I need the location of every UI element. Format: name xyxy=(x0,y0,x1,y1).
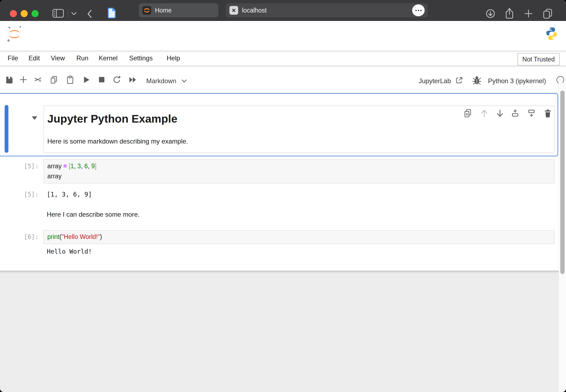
menu-kernel[interactable]: Kernel xyxy=(99,54,117,62)
jupyter-logo-icon xyxy=(6,25,23,43)
cell-output: [1, 3, 6, 9] xyxy=(47,191,92,198)
trash-icon xyxy=(544,109,552,118)
cell-type-dropdown[interactable]: Markdown xyxy=(146,77,176,85)
code-line: array xyxy=(47,171,551,181)
minimize-window-button[interactable] xyxy=(21,10,28,17)
plus-icon xyxy=(20,76,27,83)
code-cell-input[interactable]: array = [1, 3, 6, 9] array xyxy=(43,159,555,183)
input-prompt: [5]: xyxy=(24,163,39,170)
notebook-panel: Jupyter Python Example Here is some mark… xyxy=(0,93,559,270)
markdown-cell[interactable]: Jupyter Python Example Here is some mark… xyxy=(43,105,555,153)
restart-kernel-button[interactable] xyxy=(111,75,121,85)
input-prompt: [6]: xyxy=(24,233,39,240)
dropdown-chevron-icon[interactable] xyxy=(182,79,187,83)
markdown-paragraph: Here is some markdown describing my exam… xyxy=(47,138,188,145)
duplicate-cell-button[interactable] xyxy=(463,109,472,118)
markdown-heading: Jupyter Python Example xyxy=(47,113,177,125)
tab-label: localhost xyxy=(242,7,267,14)
menu-edit[interactable]: Edit xyxy=(29,54,40,62)
insert-cell-below-button[interactable] xyxy=(527,109,536,118)
scrollbar-track[interactable] xyxy=(559,83,566,392)
trust-status-badge[interactable]: Not Trusted xyxy=(517,53,560,66)
markdown-cell[interactable]: Here I can describe some more. xyxy=(47,211,139,218)
cell-output: Hello World! xyxy=(47,248,92,255)
python-logo-icon xyxy=(544,26,559,41)
tab-overview-icon[interactable] xyxy=(543,8,553,19)
new-document-icon[interactable] xyxy=(107,7,117,19)
insert-cell-button[interactable] xyxy=(18,75,28,85)
zoom-window-button[interactable] xyxy=(32,10,39,17)
sidebar-toggle-icon[interactable] xyxy=(52,9,64,18)
jupyter-favicon xyxy=(142,6,151,15)
restart-icon xyxy=(112,75,121,84)
insert-cell-above-button[interactable] xyxy=(511,109,520,118)
browser-chrome: Home ✕ localhost xyxy=(0,0,566,21)
notebook-background xyxy=(0,270,559,392)
tab-label: Home xyxy=(155,7,172,14)
copy-cell-button[interactable] xyxy=(49,75,59,85)
interrupt-kernel-button[interactable] xyxy=(97,75,107,85)
share-icon[interactable] xyxy=(505,8,514,20)
code-line: print("Hello World!") xyxy=(47,232,551,242)
kernel-name[interactable]: Python 3 (ipykernel) xyxy=(488,77,546,85)
notebook-header: jupyter example Last Checkpoint: 3 minut… xyxy=(0,21,566,51)
back-icon[interactable] xyxy=(87,10,92,18)
move-cell-down-button[interactable] xyxy=(495,109,505,118)
menu-file[interactable]: File xyxy=(8,54,18,62)
menu-run[interactable]: Run xyxy=(76,54,88,62)
insert-below-icon xyxy=(527,109,536,118)
save-button[interactable] xyxy=(4,75,14,85)
new-tab-icon[interactable] xyxy=(524,9,533,18)
run-cell-button[interactable] xyxy=(82,75,91,85)
move-cell-up-button[interactable] xyxy=(480,109,489,118)
delete-cell-button[interactable] xyxy=(543,109,552,118)
copy-icon xyxy=(50,76,58,84)
cut-cell-button[interactable]: ✂ xyxy=(33,75,42,85)
save-icon xyxy=(5,76,13,84)
chevron-down-icon[interactable] xyxy=(71,12,77,15)
arrow-down-icon xyxy=(496,109,504,118)
code-cell-input[interactable]: print("Hello World!") xyxy=(43,230,555,244)
output-prompt: [5]: xyxy=(24,191,39,198)
selected-cell-indicator[interactable] xyxy=(5,105,8,153)
tab-options-icon[interactable] xyxy=(412,4,425,16)
cell-collapser-icon[interactable] xyxy=(32,116,37,120)
notebook-toolbar: ✂ xyxy=(0,66,566,93)
browser-tab-home[interactable]: Home xyxy=(139,3,218,17)
restart-run-all-button[interactable] xyxy=(128,75,138,85)
close-window-button[interactable] xyxy=(10,10,17,17)
stop-icon xyxy=(98,76,105,83)
external-link-icon[interactable] xyxy=(455,76,463,84)
code-line: array = [1, 3, 6, 9] xyxy=(47,161,551,171)
scissors-icon: ✂ xyxy=(34,75,42,84)
fast-forward-icon xyxy=(129,76,137,84)
insert-above-icon xyxy=(511,109,519,118)
menu-bar: File Edit View Run Kernel Settings Help … xyxy=(0,51,566,66)
menu-help[interactable]: Help xyxy=(167,54,180,62)
browser-tab-localhost[interactable]: ✕ localhost xyxy=(226,3,428,17)
scrollbar-thumb[interactable] xyxy=(560,91,565,274)
run-icon xyxy=(83,76,90,84)
menu-view[interactable]: View xyxy=(51,54,65,62)
paste-icon xyxy=(66,75,74,84)
open-jupyterlab-link[interactable]: JupyterLab xyxy=(419,77,451,85)
downloads-icon[interactable] xyxy=(486,9,495,18)
paste-cell-button[interactable] xyxy=(65,75,75,85)
chrome-divider xyxy=(68,10,68,17)
debugger-bug-icon[interactable] xyxy=(472,76,481,85)
arrow-up-icon xyxy=(480,109,488,118)
duplicate-icon xyxy=(464,109,472,118)
browser-window: Home ✕ localhost xyxy=(0,0,566,392)
menu-settings[interactable]: Settings xyxy=(129,54,153,62)
localhost-favicon: ✕ xyxy=(229,6,238,15)
